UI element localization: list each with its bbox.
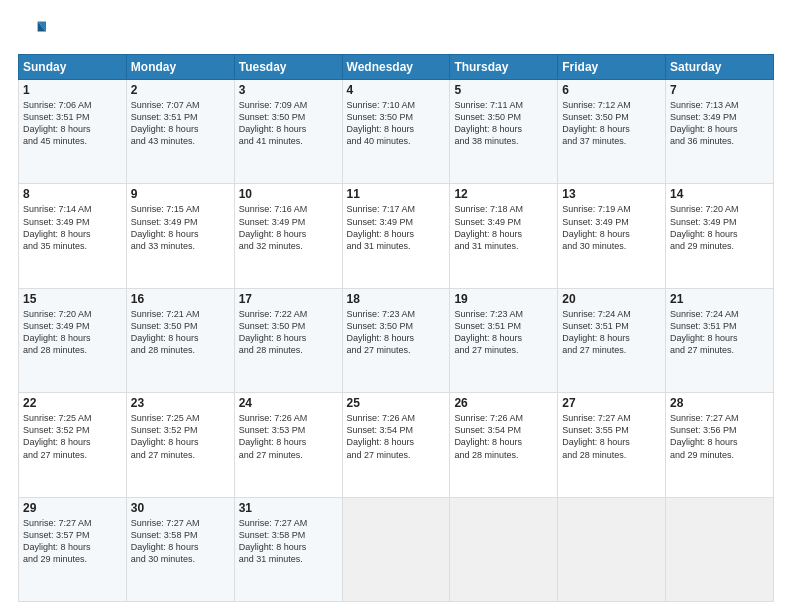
day-number: 15 bbox=[23, 292, 122, 306]
day-number: 26 bbox=[454, 396, 553, 410]
cell-text: Sunrise: 7:22 AMSunset: 3:50 PMDaylight:… bbox=[239, 308, 338, 357]
day-number: 25 bbox=[347, 396, 446, 410]
day-number: 7 bbox=[670, 83, 769, 97]
cell-text: Sunrise: 7:13 AMSunset: 3:49 PMDaylight:… bbox=[670, 99, 769, 148]
day-number: 30 bbox=[131, 501, 230, 515]
day-number: 19 bbox=[454, 292, 553, 306]
day-number: 14 bbox=[670, 187, 769, 201]
calendar-cell: 31Sunrise: 7:27 AMSunset: 3:58 PMDayligh… bbox=[234, 497, 342, 601]
calendar-week-row: 22Sunrise: 7:25 AMSunset: 3:52 PMDayligh… bbox=[19, 393, 774, 497]
day-number: 16 bbox=[131, 292, 230, 306]
page: SundayMondayTuesdayWednesdayThursdayFrid… bbox=[0, 0, 792, 612]
calendar-week-row: 1Sunrise: 7:06 AMSunset: 3:51 PMDaylight… bbox=[19, 80, 774, 184]
col-header-wednesday: Wednesday bbox=[342, 55, 450, 80]
day-number: 18 bbox=[347, 292, 446, 306]
calendar-cell bbox=[450, 497, 558, 601]
calendar-cell: 3Sunrise: 7:09 AMSunset: 3:50 PMDaylight… bbox=[234, 80, 342, 184]
day-number: 2 bbox=[131, 83, 230, 97]
calendar-cell: 16Sunrise: 7:21 AMSunset: 3:50 PMDayligh… bbox=[126, 288, 234, 392]
col-header-saturday: Saturday bbox=[666, 55, 774, 80]
cell-text: Sunrise: 7:27 AMSunset: 3:56 PMDaylight:… bbox=[670, 412, 769, 461]
day-number: 27 bbox=[562, 396, 661, 410]
calendar-cell: 25Sunrise: 7:26 AMSunset: 3:54 PMDayligh… bbox=[342, 393, 450, 497]
calendar-cell: 12Sunrise: 7:18 AMSunset: 3:49 PMDayligh… bbox=[450, 184, 558, 288]
day-number: 13 bbox=[562, 187, 661, 201]
day-number: 23 bbox=[131, 396, 230, 410]
day-number: 21 bbox=[670, 292, 769, 306]
calendar-cell: 9Sunrise: 7:15 AMSunset: 3:49 PMDaylight… bbox=[126, 184, 234, 288]
calendar-cell: 20Sunrise: 7:24 AMSunset: 3:51 PMDayligh… bbox=[558, 288, 666, 392]
calendar-cell: 4Sunrise: 7:10 AMSunset: 3:50 PMDaylight… bbox=[342, 80, 450, 184]
calendar-cell: 14Sunrise: 7:20 AMSunset: 3:49 PMDayligh… bbox=[666, 184, 774, 288]
col-header-tuesday: Tuesday bbox=[234, 55, 342, 80]
calendar-cell: 24Sunrise: 7:26 AMSunset: 3:53 PMDayligh… bbox=[234, 393, 342, 497]
day-number: 4 bbox=[347, 83, 446, 97]
calendar-cell: 18Sunrise: 7:23 AMSunset: 3:50 PMDayligh… bbox=[342, 288, 450, 392]
calendar-cell bbox=[558, 497, 666, 601]
day-number: 12 bbox=[454, 187, 553, 201]
cell-text: Sunrise: 7:26 AMSunset: 3:54 PMDaylight:… bbox=[347, 412, 446, 461]
calendar-cell bbox=[666, 497, 774, 601]
calendar-cell: 1Sunrise: 7:06 AMSunset: 3:51 PMDaylight… bbox=[19, 80, 127, 184]
cell-text: Sunrise: 7:19 AMSunset: 3:49 PMDaylight:… bbox=[562, 203, 661, 252]
calendar-cell bbox=[342, 497, 450, 601]
calendar-cell: 30Sunrise: 7:27 AMSunset: 3:58 PMDayligh… bbox=[126, 497, 234, 601]
calendar-cell: 23Sunrise: 7:25 AMSunset: 3:52 PMDayligh… bbox=[126, 393, 234, 497]
day-number: 31 bbox=[239, 501, 338, 515]
calendar-cell: 26Sunrise: 7:26 AMSunset: 3:54 PMDayligh… bbox=[450, 393, 558, 497]
cell-text: Sunrise: 7:10 AMSunset: 3:50 PMDaylight:… bbox=[347, 99, 446, 148]
calendar-cell: 22Sunrise: 7:25 AMSunset: 3:52 PMDayligh… bbox=[19, 393, 127, 497]
cell-text: Sunrise: 7:24 AMSunset: 3:51 PMDaylight:… bbox=[670, 308, 769, 357]
day-number: 29 bbox=[23, 501, 122, 515]
day-number: 24 bbox=[239, 396, 338, 410]
calendar-cell: 11Sunrise: 7:17 AMSunset: 3:49 PMDayligh… bbox=[342, 184, 450, 288]
calendar-cell: 7Sunrise: 7:13 AMSunset: 3:49 PMDaylight… bbox=[666, 80, 774, 184]
cell-text: Sunrise: 7:20 AMSunset: 3:49 PMDaylight:… bbox=[670, 203, 769, 252]
calendar-cell: 2Sunrise: 7:07 AMSunset: 3:51 PMDaylight… bbox=[126, 80, 234, 184]
cell-text: Sunrise: 7:26 AMSunset: 3:53 PMDaylight:… bbox=[239, 412, 338, 461]
cell-text: Sunrise: 7:27 AMSunset: 3:58 PMDaylight:… bbox=[131, 517, 230, 566]
cell-text: Sunrise: 7:23 AMSunset: 3:50 PMDaylight:… bbox=[347, 308, 446, 357]
calendar-week-row: 8Sunrise: 7:14 AMSunset: 3:49 PMDaylight… bbox=[19, 184, 774, 288]
calendar-cell: 17Sunrise: 7:22 AMSunset: 3:50 PMDayligh… bbox=[234, 288, 342, 392]
col-header-monday: Monday bbox=[126, 55, 234, 80]
cell-text: Sunrise: 7:20 AMSunset: 3:49 PMDaylight:… bbox=[23, 308, 122, 357]
cell-text: Sunrise: 7:23 AMSunset: 3:51 PMDaylight:… bbox=[454, 308, 553, 357]
day-number: 22 bbox=[23, 396, 122, 410]
col-header-thursday: Thursday bbox=[450, 55, 558, 80]
cell-text: Sunrise: 7:27 AMSunset: 3:58 PMDaylight:… bbox=[239, 517, 338, 566]
day-number: 8 bbox=[23, 187, 122, 201]
cell-text: Sunrise: 7:07 AMSunset: 3:51 PMDaylight:… bbox=[131, 99, 230, 148]
cell-text: Sunrise: 7:06 AMSunset: 3:51 PMDaylight:… bbox=[23, 99, 122, 148]
day-number: 3 bbox=[239, 83, 338, 97]
calendar-week-row: 15Sunrise: 7:20 AMSunset: 3:49 PMDayligh… bbox=[19, 288, 774, 392]
col-header-sunday: Sunday bbox=[19, 55, 127, 80]
day-number: 11 bbox=[347, 187, 446, 201]
cell-text: Sunrise: 7:18 AMSunset: 3:49 PMDaylight:… bbox=[454, 203, 553, 252]
cell-text: Sunrise: 7:26 AMSunset: 3:54 PMDaylight:… bbox=[454, 412, 553, 461]
cell-text: Sunrise: 7:14 AMSunset: 3:49 PMDaylight:… bbox=[23, 203, 122, 252]
day-number: 6 bbox=[562, 83, 661, 97]
day-number: 5 bbox=[454, 83, 553, 97]
cell-text: Sunrise: 7:24 AMSunset: 3:51 PMDaylight:… bbox=[562, 308, 661, 357]
calendar-cell: 27Sunrise: 7:27 AMSunset: 3:55 PMDayligh… bbox=[558, 393, 666, 497]
cell-text: Sunrise: 7:27 AMSunset: 3:57 PMDaylight:… bbox=[23, 517, 122, 566]
calendar: SundayMondayTuesdayWednesdayThursdayFrid… bbox=[18, 54, 774, 602]
calendar-cell: 28Sunrise: 7:27 AMSunset: 3:56 PMDayligh… bbox=[666, 393, 774, 497]
cell-text: Sunrise: 7:15 AMSunset: 3:49 PMDaylight:… bbox=[131, 203, 230, 252]
calendar-cell: 13Sunrise: 7:19 AMSunset: 3:49 PMDayligh… bbox=[558, 184, 666, 288]
day-number: 10 bbox=[239, 187, 338, 201]
calendar-cell: 10Sunrise: 7:16 AMSunset: 3:49 PMDayligh… bbox=[234, 184, 342, 288]
calendar-cell: 21Sunrise: 7:24 AMSunset: 3:51 PMDayligh… bbox=[666, 288, 774, 392]
cell-text: Sunrise: 7:17 AMSunset: 3:49 PMDaylight:… bbox=[347, 203, 446, 252]
day-number: 17 bbox=[239, 292, 338, 306]
logo bbox=[18, 16, 50, 44]
calendar-cell: 5Sunrise: 7:11 AMSunset: 3:50 PMDaylight… bbox=[450, 80, 558, 184]
cell-text: Sunrise: 7:21 AMSunset: 3:50 PMDaylight:… bbox=[131, 308, 230, 357]
day-number: 20 bbox=[562, 292, 661, 306]
day-number: 9 bbox=[131, 187, 230, 201]
calendar-week-row: 29Sunrise: 7:27 AMSunset: 3:57 PMDayligh… bbox=[19, 497, 774, 601]
cell-text: Sunrise: 7:09 AMSunset: 3:50 PMDaylight:… bbox=[239, 99, 338, 148]
calendar-cell: 15Sunrise: 7:20 AMSunset: 3:49 PMDayligh… bbox=[19, 288, 127, 392]
calendar-cell: 29Sunrise: 7:27 AMSunset: 3:57 PMDayligh… bbox=[19, 497, 127, 601]
